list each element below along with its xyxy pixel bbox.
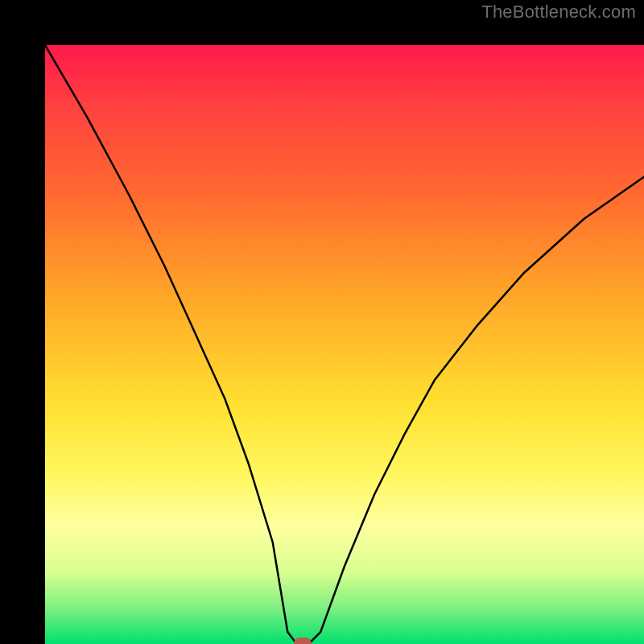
bottleneck-curve bbox=[45, 45, 644, 644]
chart-plot-area bbox=[45, 45, 644, 644]
optimal-point-marker bbox=[294, 638, 312, 644]
chart-frame bbox=[0, 0, 644, 644]
curve-path bbox=[45, 45, 644, 644]
watermark-label: TheBottleneck.com bbox=[481, 2, 636, 23]
